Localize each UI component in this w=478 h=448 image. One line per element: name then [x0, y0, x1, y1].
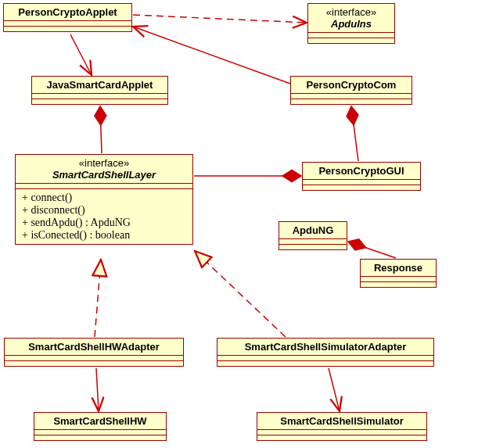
class-apdu-ng[interactable]: ApduNG [279, 221, 347, 250]
class-title: ApduIns [308, 18, 394, 33]
class-attrs [308, 33, 394, 38]
class-attrs [32, 94, 167, 99]
class-attrs [361, 277, 436, 282]
svg-line-6 [348, 242, 396, 258]
class-attrs [217, 356, 433, 361]
class-attrs [257, 430, 426, 435]
class-smart-card-shell-simulator-adapter[interactable]: SmartCardShellSimulatorAdapter [217, 338, 434, 367]
class-ops [291, 99, 412, 104]
class-title: SmartCardShellHW [34, 413, 166, 430]
class-attrs [291, 94, 412, 99]
class-title: PersonCryptoApplet [4, 4, 131, 21]
class-title: ApduNG [279, 222, 347, 239]
op-disconnect: + disconnect() [22, 204, 186, 217]
svg-line-7 [95, 260, 101, 337]
svg-line-1 [70, 34, 92, 75]
stereotype-label: «interface» [308, 4, 394, 18]
class-title: Response [361, 260, 436, 277]
class-ops: + connect() + disconnect() + sendApdu() … [16, 189, 192, 244]
class-title: SmartCardShellLayer [16, 169, 192, 184]
op-is-connected: + isConected() : boolean [22, 229, 186, 242]
class-ops [257, 435, 426, 440]
op-send-apdu: + sendApdu() : ApduNG [22, 217, 186, 229]
op-connect: + connect() [22, 192, 186, 204]
svg-line-3 [351, 106, 358, 161]
interface-apdu-ins[interactable]: «interface» ApduIns [307, 3, 395, 44]
class-person-crypto-com[interactable]: PersonCryptoCom [290, 76, 412, 105]
class-title: SmartCardShellSimulator [257, 413, 426, 430]
svg-line-9 [96, 368, 99, 411]
class-response[interactable]: Response [360, 259, 437, 288]
class-ops [308, 38, 394, 43]
class-ops [361, 282, 436, 287]
class-java-smart-card-applet[interactable]: JavaSmartCardApplet [31, 76, 168, 105]
svg-line-8 [195, 251, 286, 337]
class-attrs [303, 180, 420, 185]
class-ops [217, 361, 433, 366]
class-person-crypto-gui[interactable]: PersonCryptoGUI [302, 162, 421, 191]
class-ops [4, 27, 131, 31]
class-ops [32, 99, 167, 104]
class-attrs [4, 21, 131, 27]
class-attrs [279, 239, 347, 245]
svg-line-4 [100, 106, 102, 153]
class-ops [5, 361, 183, 366]
class-smart-card-shell-hw[interactable]: SmartCardShellHW [34, 412, 167, 441]
stereotype-label: «interface» [16, 155, 192, 169]
class-smart-card-shell-hw-adapter[interactable]: SmartCardShellHWAdapter [4, 338, 184, 367]
interface-smart-card-shell-layer[interactable]: «interface» SmartCardShellLayer + connec… [15, 154, 193, 245]
class-title: SmartCardShellHWAdapter [5, 339, 183, 356]
class-attrs [16, 184, 192, 189]
svg-line-10 [329, 368, 340, 411]
class-attrs [34, 430, 166, 435]
class-smart-card-shell-simulator[interactable]: SmartCardShellSimulator [257, 412, 427, 441]
class-attrs [5, 356, 183, 361]
class-title: JavaSmartCardApplet [32, 77, 167, 94]
class-person-crypto-applet[interactable]: PersonCryptoApplet [3, 3, 132, 32]
svg-line-0 [133, 15, 307, 23]
class-title: PersonCryptoCom [291, 77, 412, 94]
class-ops [303, 185, 420, 190]
class-title: PersonCryptoGUI [303, 163, 420, 180]
class-ops [279, 245, 347, 249]
class-title: SmartCardShellSimulatorAdapter [217, 339, 433, 356]
class-ops [34, 435, 166, 440]
